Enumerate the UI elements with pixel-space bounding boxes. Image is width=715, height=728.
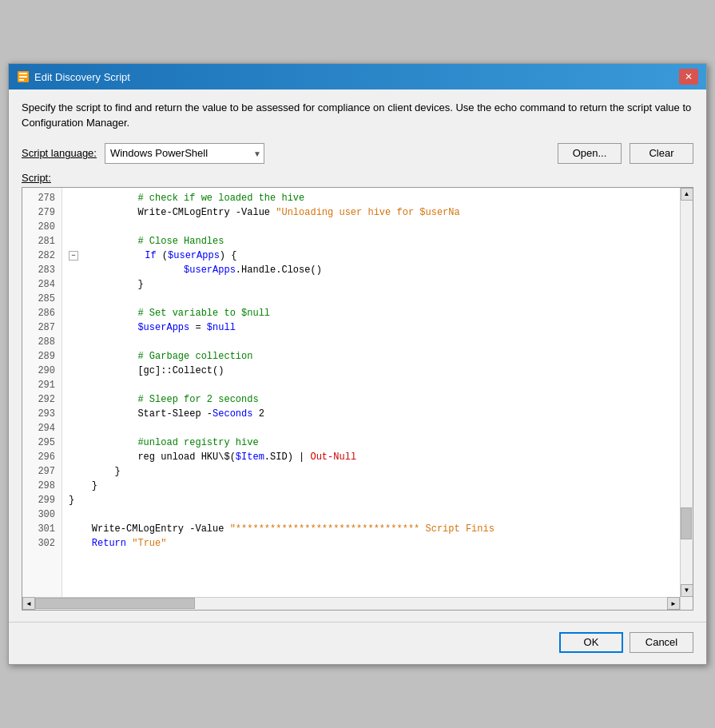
code-line-297: }	[69, 464, 680, 479]
hscroll-thumb[interactable]	[35, 598, 195, 609]
dialog-icon	[17, 70, 30, 83]
scrollbar-corner	[680, 597, 693, 610]
code-line-295: #unload registry hive	[69, 436, 680, 450]
code-line-281: # Close Handles	[69, 234, 680, 249]
code-line-280	[69, 220, 680, 234]
code-line-299: }	[69, 493, 680, 507]
code-line-285	[69, 292, 680, 306]
code-line-287: $userApps = $null	[69, 320, 680, 335]
bottom-row: OK Cancel	[9, 622, 706, 664]
code-container[interactable]: 278 279 280 281 282 283 284 285 286 287 …	[22, 187, 693, 611]
code-line-301: Write-CMLogEntry -Value "***************…	[69, 522, 680, 536]
hscroll-track[interactable]	[35, 598, 667, 610]
code-line-290: [gc]::Collect()	[69, 364, 680, 378]
script-language-select-wrapper[interactable]: Windows PowerShell VBScript JScript ▼	[105, 143, 264, 164]
code-line-296: reg unload HKU\$($Item.SID) | Out-Null	[69, 450, 680, 464]
title-bar: Edit Discovery Script ✕	[9, 64, 706, 90]
svg-rect-2	[19, 76, 27, 78]
code-line-279: Write-CMLogEntry -Value "Unloading user …	[69, 205, 680, 220]
cancel-button[interactable]: Cancel	[630, 632, 693, 653]
vertical-scrollbar[interactable]: ▲ ▼	[680, 188, 693, 597]
code-line-288	[69, 335, 680, 349]
svg-rect-1	[19, 73, 27, 74]
code-content[interactable]: # check if we loaded the hive Write-CMLo…	[62, 188, 680, 597]
code-line-289: # Garbage collection	[69, 349, 680, 364]
code-line-302: Return "True"	[69, 536, 680, 551]
code-line-293: Start-Sleep -Seconds 2	[69, 407, 680, 421]
code-line-283: $userApps.Handle.Close()	[69, 263, 680, 277]
code-line-284: }	[69, 277, 680, 292]
ok-button[interactable]: OK	[559, 632, 623, 653]
fold-icon-282[interactable]: −	[69, 251, 78, 261]
code-line-292: # Sleep for 2 seconds	[69, 392, 680, 407]
scroll-up-button[interactable]: ▲	[681, 188, 693, 201]
open-button[interactable]: Open...	[558, 143, 622, 164]
code-line-300	[69, 507, 680, 522]
svg-rect-3	[19, 79, 24, 81]
controls-row: Script language: Windows PowerShell VBSc…	[22, 143, 693, 164]
code-scroll-area: 278 279 280 281 282 283 284 285 286 287 …	[22, 188, 693, 597]
vscroll-thumb[interactable]	[681, 507, 692, 539]
scroll-right-button[interactable]: ►	[667, 597, 680, 610]
code-line-286: # Set variable to $null	[69, 306, 680, 320]
edit-discovery-script-dialog: Edit Discovery Script ✕ Specify the scri…	[8, 63, 707, 664]
code-line-298: }	[69, 479, 680, 493]
vscroll-track[interactable]	[681, 201, 693, 584]
clear-button[interactable]: Clear	[630, 143, 693, 164]
code-line-294	[69, 421, 680, 436]
horizontal-scrollbar[interactable]: ◄ ►	[22, 597, 693, 610]
scroll-down-button[interactable]: ▼	[681, 584, 693, 597]
scroll-left-button[interactable]: ◄	[22, 597, 35, 610]
code-line-282: − If ($userApps) {	[69, 249, 680, 263]
script-language-label: Script language:	[22, 147, 97, 159]
dialog-title: Edit Discovery Script	[34, 71, 130, 83]
script-section-label: Script:	[22, 172, 693, 184]
code-line-291	[69, 378, 680, 392]
title-bar-left: Edit Discovery Script	[17, 70, 130, 83]
dialog-body: Specify the script to find and return th…	[9, 90, 706, 621]
code-line-278: # check if we loaded the hive	[69, 191, 680, 205]
script-language-select[interactable]: Windows PowerShell VBScript JScript	[105, 143, 264, 164]
close-button[interactable]: ✕	[679, 69, 698, 85]
line-numbers: 278 279 280 281 282 283 284 285 286 287 …	[22, 188, 62, 597]
description-text: Specify the script to find and return th…	[22, 101, 693, 129]
